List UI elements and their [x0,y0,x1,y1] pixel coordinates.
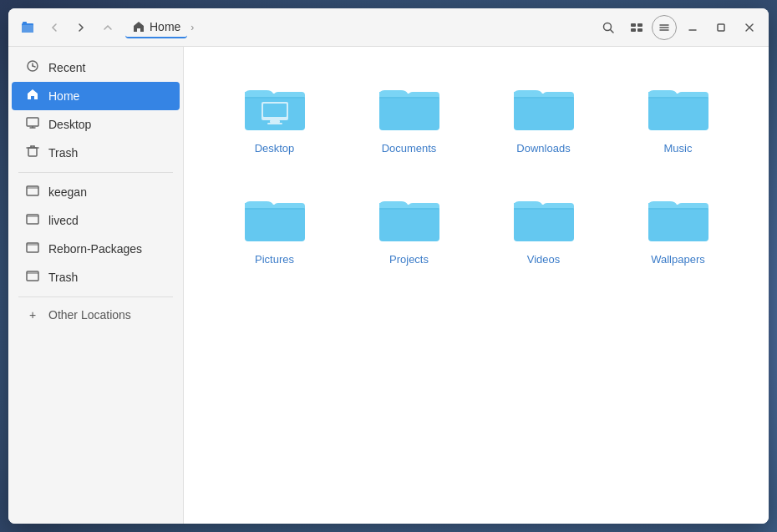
folder-item-pictures[interactable]: Pictures [211,178,338,276]
home-breadcrumb-button[interactable]: Home [125,17,187,38]
folder-icon-projects [376,188,443,248]
folders-grid: Desktop Documents Downloads Music [211,67,742,276]
folder-label-documents: Documents [382,142,437,155]
svg-line-4 [611,29,614,33]
back-button[interactable] [42,15,67,40]
folder-icon-music [645,77,712,137]
sidebar-item-home[interactable]: Home [12,82,180,110]
sidebar-label-livecd: livecd [48,214,79,227]
sidebar-item-recent[interactable]: Recent [12,53,180,82]
svg-rect-5 [631,23,636,27]
up-button[interactable] [95,15,120,40]
trash-icon-top [26,144,39,158]
search-icon [602,21,615,34]
other-locations-icon: + [25,308,40,322]
maximize-button[interactable] [708,15,734,40]
search-button[interactable] [595,14,622,41]
desktop-icon [26,116,39,129]
trash-bottom-icon [25,269,40,286]
svg-line-18 [33,66,35,67]
svg-rect-36 [267,123,282,124]
sidebar-item-trash-bottom[interactable]: Trash [12,263,180,291]
up-icon [103,23,113,33]
sidebar-item-other-locations[interactable]: + Other Locations [12,302,180,327]
svg-rect-49 [648,206,708,241]
view-icon [630,21,643,34]
folder-label-pictures: Pictures [255,253,294,266]
folder-item-downloads[interactable]: Downloads [480,67,607,165]
svg-rect-47 [514,206,574,241]
file-manager-window: Home › [8,8,769,524]
close-button[interactable] [737,15,762,40]
forward-button[interactable] [69,15,94,40]
sidebar-label-home: Home [48,89,79,103]
sidebar-divider-1 [18,172,173,173]
menu-button[interactable] [652,15,677,40]
svg-rect-8 [637,28,642,32]
home-nav-icon [132,20,145,33]
svg-rect-39 [514,95,574,130]
folder-icon-videos [510,188,577,248]
sidebar-item-livecd[interactable]: livecd [12,206,180,235]
sidebar-label-trash-top: Trash [48,146,78,160]
folder-label-desktop: Desktop [255,142,295,155]
sidebar-item-trash-top[interactable]: Trash [12,139,180,167]
sidebar-item-desktop[interactable]: Desktop [12,110,180,139]
home-icon [26,88,39,101]
svg-rect-7 [631,28,636,32]
svg-rect-22 [28,148,37,156]
folder-item-documents[interactable]: Documents [345,67,473,165]
breadcrumb: Home › [125,17,194,38]
svg-rect-43 [245,206,305,241]
maximize-icon [716,23,726,33]
folder-icon-documents [376,77,443,137]
svg-rect-19 [27,118,38,126]
folder-item-videos[interactable]: Videos [480,178,607,276]
sidebar-label-reborn-packages: Reborn-Packages [48,242,142,256]
folder-icon-downloads [510,77,577,137]
drive-keegan-icon [25,184,40,200]
folder-icon-wallpapers [645,188,712,248]
svg-rect-6 [637,23,642,27]
clock-icon [26,59,39,73]
svg-rect-1 [22,25,33,33]
svg-rect-34 [263,104,287,117]
titlebar-left: Home › [15,15,194,40]
drive-reborn-icon [25,241,40,257]
minimize-button[interactable] [680,15,705,40]
folder-item-desktop[interactable]: Desktop [211,67,338,165]
folder-icon-pictures [241,188,308,248]
folder-label-downloads: Downloads [516,142,570,155]
close-icon [744,23,754,33]
svg-rect-2 [23,22,27,25]
titlebar-actions [595,14,762,41]
view-toggle-button[interactable] [623,14,650,41]
recent-icon [25,59,40,76]
sidebar-label-keegan: keegan [48,185,87,199]
folder-item-music[interactable]: Music [614,67,742,165]
trash-icon-bottom [26,269,39,282]
home-sidebar-icon [25,88,40,104]
titlebar: Home › [8,8,769,47]
folder-label-projects: Projects [389,253,429,266]
back-icon [49,23,59,33]
sidebar-item-keegan[interactable]: keegan [12,178,180,206]
folder-label-videos: Videos [527,253,561,266]
sidebar-label-desktop: Desktop [48,118,91,131]
folder-item-wallpapers[interactable]: Wallpapers [614,178,742,276]
folder-item-projects[interactable]: Projects [345,178,473,276]
svg-rect-35 [270,120,280,123]
svg-rect-45 [379,206,439,241]
folder-drive-icon [26,184,39,197]
folder-drive-livecd-icon [26,212,39,225]
trash-top-icon [25,144,40,161]
sidebar-label-trash-bottom: Trash [48,271,78,284]
drive-livecd-icon [25,212,40,229]
sidebar-divider-2 [18,296,173,297]
forward-icon [76,23,86,33]
folder-icon-desktop [241,77,308,137]
breadcrumb-label: Home [150,20,180,33]
folder-drive-reborn-icon [26,241,39,254]
app-icon-button [15,15,40,40]
sidebar-item-reborn-packages[interactable]: Reborn-Packages [12,235,180,263]
